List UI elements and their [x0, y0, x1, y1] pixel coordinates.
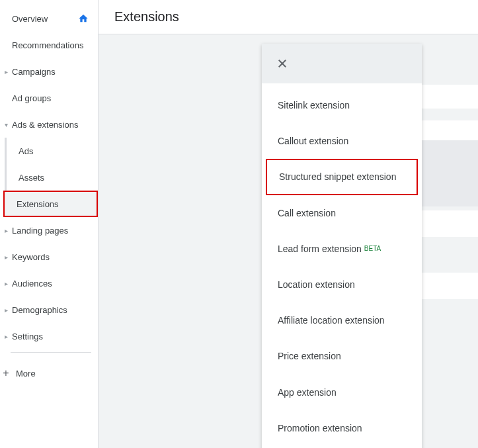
sidebar-item-label: Settings: [9, 332, 93, 341]
sidebar-item-audiences[interactable]: ▸ Audiences: [0, 270, 98, 296]
sidebar-item-label: Landing pages: [9, 226, 93, 236]
home-icon: [78, 13, 89, 24]
page-title: Extensions: [114, 9, 179, 24]
sidebar-item-label: More: [11, 369, 36, 379]
dropdown-item-label: Price extension: [278, 350, 341, 362]
caret-right-icon: ▸: [3, 333, 9, 340]
sidebar-item-label: Audiences: [9, 279, 93, 289]
caret-down-icon: ▾: [3, 121, 9, 128]
dropdown-item-callout[interactable]: Callout extension: [262, 123, 422, 159]
sidebar-item-overview[interactable]: Overview: [0, 5, 98, 32]
plus-icon: +: [1, 367, 11, 379]
dropdown-item-app[interactable]: App extension: [262, 375, 422, 410]
dropdown-item-structured-snippet[interactable]: Structured snippet extension: [266, 159, 418, 195]
sidebar-item-demographics[interactable]: ▸ Demographics: [0, 296, 98, 323]
dropdown-item-affiliate-location[interactable]: Affiliate location extension: [262, 302, 422, 338]
sidebar-item-campaigns[interactable]: ▸ Campaigns: [0, 58, 98, 85]
sidebar-item-more[interactable]: + More: [0, 359, 98, 387]
dropdown-item-label: Location extension: [278, 279, 355, 291]
sidebar-item-landing-pages[interactable]: ▸ Landing pages: [0, 217, 98, 244]
dropdown-item-label: Promotion extension: [278, 422, 362, 434]
sidebar-item-label: Ads & extensions: [9, 120, 93, 130]
caret-right-icon: ▸: [3, 280, 9, 287]
sidebar-item-recommendations[interactable]: Recommendations: [0, 32, 98, 58]
sidebar-item-ad-groups[interactable]: Ad groups: [0, 85, 98, 111]
sidebar-item-label: Recommendations: [9, 40, 93, 50]
dropdown-item-label: Structured snippet extension: [279, 171, 396, 183]
dropdown-header: [262, 44, 422, 83]
dropdown-item-label: App extension: [278, 386, 337, 398]
sidebar-item-label: Extensions: [17, 199, 59, 209]
dropdown-item-promotion[interactable]: Promotion extension: [262, 410, 422, 446]
divider: [11, 352, 91, 353]
sidebar-item-label: Ad groups: [9, 93, 93, 103]
sidebar-item-label: Assets: [19, 173, 44, 183]
close-icon[interactable]: [276, 58, 288, 69]
dropdown-item-price[interactable]: Price extension: [262, 338, 422, 374]
dropdown-list: Sitelink extension Callout extension Str…: [262, 83, 422, 448]
dropdown-item-call[interactable]: Call extension: [262, 195, 422, 231]
dropdown-item-label: Callout extension: [278, 135, 348, 147]
sidebar-item-settings[interactable]: ▸ Settings: [0, 323, 98, 349]
caret-right-icon: ▸: [3, 306, 9, 314]
sidebar: Overview Recommendations ▸ Campaigns Ad …: [0, 0, 99, 448]
sidebar-item-label: Campaigns: [9, 67, 93, 77]
page-header: Extensions: [99, 0, 478, 34]
sidebar-item-label: Demographics: [9, 305, 93, 315]
sidebar-item-ads-extensions[interactable]: ▾ Ads & extensions: [0, 111, 98, 138]
sidebar-item-label: Keywords: [9, 252, 93, 262]
sidebar-item-label: Overview: [9, 14, 78, 24]
caret-right-icon: ▸: [3, 227, 9, 234]
dropdown-item-label: Sitelink extension: [278, 99, 350, 111]
extension-dropdown: Sitelink extension Callout extension Str…: [262, 44, 422, 448]
sidebar-item-keywords[interactable]: ▸ Keywords: [0, 244, 98, 270]
caret-right-icon: ▸: [3, 68, 9, 75]
sidebar-subitem-ads[interactable]: Ads: [5, 138, 98, 164]
dropdown-item-label: Affiliate location extension: [278, 314, 385, 326]
sidebar-item-label: Ads: [19, 146, 33, 156]
dropdown-item-location[interactable]: Location extension: [262, 267, 422, 302]
beta-badge: BETA: [364, 244, 381, 253]
sidebar-subitem-assets[interactable]: Assets: [5, 164, 98, 191]
dropdown-item-lead-form[interactable]: Lead form extension BETA: [262, 231, 422, 267]
dropdown-item-label: Lead form extension: [278, 243, 362, 255]
caret-right-icon: ▸: [3, 253, 9, 261]
dropdown-item-sitelink[interactable]: Sitelink extension: [262, 87, 422, 123]
dropdown-item-label: Call extension: [278, 207, 336, 219]
sidebar-subitem-extensions[interactable]: Extensions: [3, 191, 98, 217]
